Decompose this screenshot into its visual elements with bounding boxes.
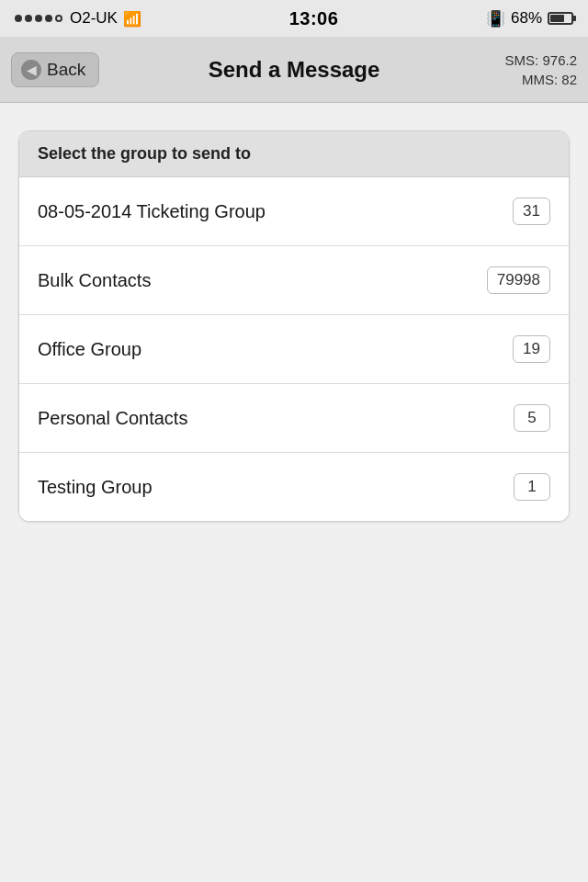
battery-fill xyxy=(550,15,564,22)
status-bar: O2-UK 📶 13:06 📳 68% xyxy=(0,0,588,37)
page-title: Send a Message xyxy=(209,57,380,83)
mms-count: MMS: 82 xyxy=(505,70,577,89)
group-count: 79998 xyxy=(487,266,550,294)
status-right: 📳 68% xyxy=(486,9,573,28)
group-count: 19 xyxy=(513,335,550,363)
back-label: Back xyxy=(47,60,85,80)
group-list-container: Select the group to send to 08-05-2014 T… xyxy=(18,130,570,522)
wifi-icon: 📶 xyxy=(123,10,141,28)
main-content: Select the group to send to 08-05-2014 T… xyxy=(0,103,588,549)
battery-percent: 68% xyxy=(511,9,542,28)
message-counts: SMS: 976.2 MMS: 82 xyxy=(505,51,577,89)
group-name: Testing Group xyxy=(38,477,153,498)
signal-dot-4 xyxy=(45,15,52,22)
battery-container xyxy=(548,12,573,25)
list-item[interactable]: Personal Contacts5 xyxy=(19,384,569,453)
group-name: 08-05-2014 Ticketing Group xyxy=(38,201,266,222)
status-time: 13:06 xyxy=(289,8,339,29)
signal-dot-3 xyxy=(35,15,42,22)
list-item[interactable]: Bulk Contacts79998 xyxy=(19,246,569,315)
carrier-wifi: O2-UK 📶 xyxy=(70,9,141,28)
group-name: Bulk Contacts xyxy=(38,270,151,291)
group-items-list: 08-05-2014 Ticketing Group31Bulk Contact… xyxy=(19,177,569,521)
group-name: Office Group xyxy=(38,339,141,360)
battery-icon xyxy=(548,12,573,25)
group-count: 31 xyxy=(513,198,550,225)
section-header: Select the group to send to xyxy=(19,131,569,177)
signal-dot-5 xyxy=(55,15,62,22)
group-count: 1 xyxy=(514,473,550,501)
signal-dot-2 xyxy=(25,15,32,22)
back-button[interactable]: ◀ Back xyxy=(11,52,99,87)
group-name: Personal Contacts xyxy=(38,408,187,429)
signal-dots xyxy=(15,15,62,22)
list-item[interactable]: 08-05-2014 Ticketing Group31 xyxy=(19,177,569,246)
group-count: 5 xyxy=(514,404,550,432)
sms-count: SMS: 976.2 xyxy=(505,51,577,70)
bluetooth-icon: 📳 xyxy=(486,9,505,28)
signal-dot-1 xyxy=(15,15,22,22)
nav-bar: ◀ Back Send a Message SMS: 976.2 MMS: 82 xyxy=(0,37,588,103)
carrier-label: O2-UK xyxy=(70,9,118,28)
back-arrow-icon: ◀ xyxy=(21,60,41,80)
list-item[interactable]: Testing Group1 xyxy=(19,453,569,521)
list-item[interactable]: Office Group19 xyxy=(19,315,569,384)
status-left: O2-UK 📶 xyxy=(15,9,141,28)
